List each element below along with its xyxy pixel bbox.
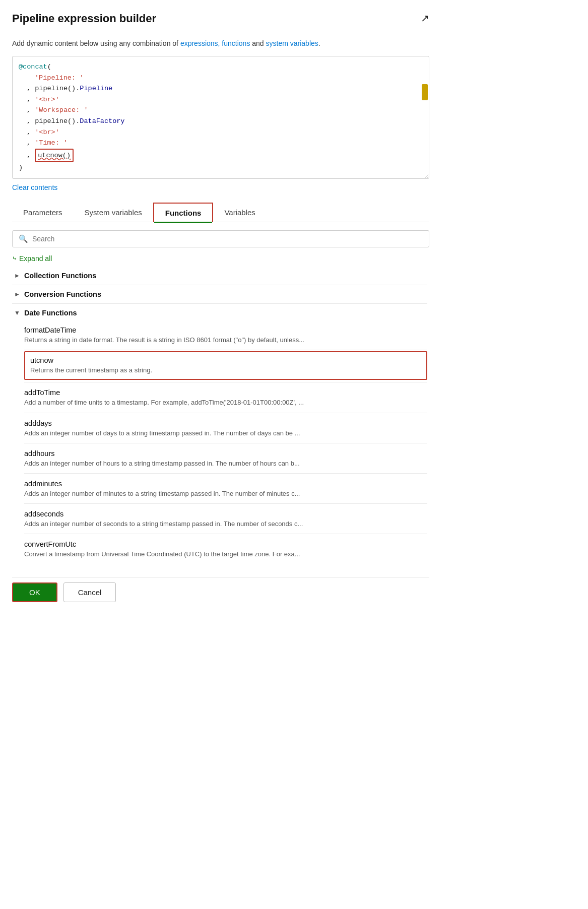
fn-desc-utcnow: Returns the current timestamp as a strin…	[30, 366, 421, 375]
functions-scroll[interactable]: ⤷ Expand all ► Collection Functions ► Co…	[12, 254, 429, 563]
fn-addtotime[interactable]: addToTime Add a number of time units to …	[24, 383, 427, 411]
subtitle: Add dynamic content below using any comb…	[12, 38, 429, 49]
collection-functions-label: Collection Functions	[24, 272, 96, 280]
fn-desc-formatdatetime: Returns a string in date format. The res…	[24, 336, 427, 345]
fn-addminutes[interactable]: addminutes Adds an integer number of min…	[24, 475, 427, 502]
search-icon: 🔍	[19, 234, 28, 243]
page-title: Pipeline expression builder	[12, 12, 156, 25]
tab-parameters[interactable]: Parameters	[12, 203, 74, 222]
fn-name-addhours: addhours	[24, 449, 427, 458]
tabs-row: Parameters System variables Functions Va…	[12, 203, 429, 222]
system-variables-link[interactable]: system variables	[266, 39, 318, 47]
fn-name-convertfromutc: convertFromUtc	[24, 540, 427, 548]
section-collection-functions[interactable]: ► Collection Functions	[12, 268, 427, 284]
tab-system-variables[interactable]: System variables	[74, 203, 153, 222]
fn-desc-adddays: Adds an integer number of days to a stri…	[24, 429, 427, 438]
fn-name-adddays: adddays	[24, 419, 427, 427]
search-box: 🔍	[12, 230, 429, 247]
fn-desc-convertfromutc: Convert a timestamp from Universal Time …	[24, 550, 427, 559]
fn-name-addminutes: addminutes	[24, 480, 427, 488]
fn-name-formatdatetime: formatDateTime	[24, 326, 427, 334]
expand-all[interactable]: ⤷ Expand all	[12, 254, 427, 263]
section-date-functions[interactable]: ▼ Date Functions	[12, 305, 427, 321]
tab-functions[interactable]: Functions	[153, 203, 214, 222]
date-chevron: ▼	[14, 309, 20, 316]
search-input[interactable]	[32, 235, 423, 243]
fn-desc-addseconds: Adds an integer number of seconds to a s…	[24, 520, 427, 529]
fn-convertfromutc[interactable]: convertFromUtc Convert a timestamp from …	[24, 535, 427, 563]
conversion-chevron: ►	[14, 291, 20, 298]
clear-contents-link[interactable]: Clear contents	[12, 183, 57, 191]
tab-variables[interactable]: Variables	[213, 203, 266, 222]
fn-formatdatetime[interactable]: formatDateTime Returns a string in date …	[24, 321, 427, 349]
fn-addseconds[interactable]: addseconds Adds an integer number of sec…	[24, 505, 427, 533]
fn-name-addseconds: addseconds	[24, 510, 427, 518]
fn-addhours[interactable]: addhours Adds an integer number of hours…	[24, 444, 427, 472]
fn-desc-addminutes: Adds an integer number of minutes to a s…	[24, 489, 427, 498]
fn-desc-addtotime: Add a number of time units to a timestam…	[24, 398, 427, 407]
code-editor[interactable]: @concat( 'Pipeline: ' , pipeline().Pipel…	[12, 56, 429, 179]
expand-icon[interactable]: ↗	[421, 12, 429, 24]
section-conversion-functions[interactable]: ► Conversion Functions	[12, 286, 427, 302]
fn-adddays[interactable]: adddays Adds an integer number of days t…	[24, 414, 427, 442]
fn-name-addtotime: addToTime	[24, 388, 427, 397]
collection-chevron: ►	[14, 272, 20, 279]
date-functions-content: formatDateTime Returns a string in date …	[12, 321, 427, 563]
fn-name-utcnow: utcnow	[30, 356, 421, 364]
ok-button[interactable]: OK	[12, 582, 57, 602]
date-functions-label: Date Functions	[24, 309, 77, 317]
expand-all-chevron: ⤷	[12, 255, 17, 262]
expressions-link[interactable]: expressions, functions	[180, 39, 250, 47]
fn-utcnow[interactable]: utcnow Returns the current timestamp as …	[24, 351, 427, 380]
cancel-button[interactable]: Cancel	[63, 582, 116, 602]
functions-panel: 🔍 ⤷ Expand all ► Collection Functions ► …	[12, 230, 429, 563]
bottom-buttons: OK Cancel	[12, 577, 429, 602]
fn-desc-addhours: Adds an integer number of hours to a str…	[24, 459, 427, 468]
conversion-functions-label: Conversion Functions	[24, 290, 101, 298]
